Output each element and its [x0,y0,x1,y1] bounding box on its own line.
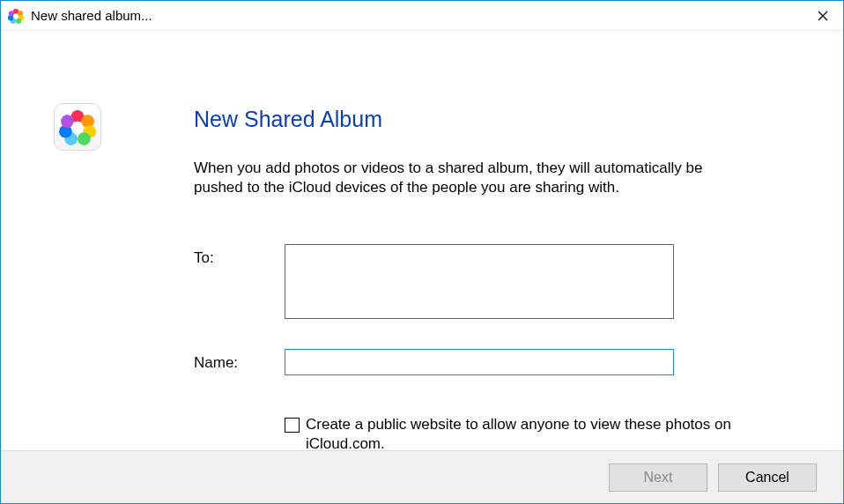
svg-point-6 [9,11,14,16]
dialog-content: New Shared Album When you add photos or … [1,31,843,450]
titlebar: New shared album... [1,1,843,31]
svg-point-7 [13,13,18,18]
name-field[interactable] [285,349,674,375]
to-label: To: [194,249,214,267]
description-text: When you add photos or videos to a share… [194,159,740,197]
svg-point-16 [61,115,74,128]
public-website-checkbox[interactable] [285,418,300,433]
public-website-label[interactable]: Create a public website to allow anyone … [306,415,778,454]
svg-point-13 [78,132,91,145]
page-title: New Shared Album [194,107,382,132]
photos-app-icon [8,8,24,24]
dialog-window: New shared album... Ne [0,0,844,504]
svg-point-3 [16,18,21,23]
photos-icon [54,103,101,151]
to-field[interactable] [285,244,674,319]
svg-point-17 [72,122,84,133]
next-button[interactable]: Next [609,463,707,492]
close-button[interactable] [803,1,843,31]
close-icon [818,7,828,24]
window-title: New shared album... [31,8,152,23]
cancel-button[interactable]: Cancel [718,463,817,492]
dialog-footer: Next Cancel [1,450,843,503]
name-label: Name: [194,354,238,372]
